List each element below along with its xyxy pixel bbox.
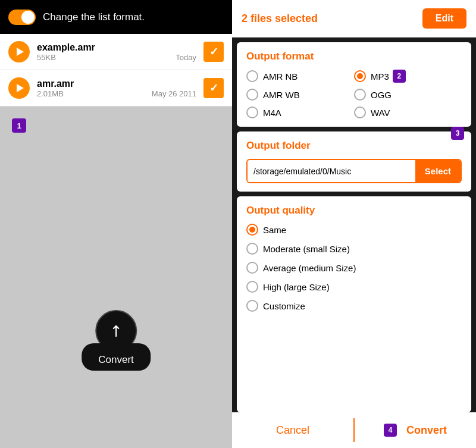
convert-final-label: Convert: [406, 424, 447, 437]
edit-button[interactable]: Edit: [422, 8, 466, 29]
convert-final-button[interactable]: 4 Convert: [355, 412, 476, 448]
quality-moderate[interactable]: Moderate (small Size): [246, 243, 462, 255]
toggle-switch[interactable]: [8, 10, 36, 25]
file-info-1: example.amr 55KB Today: [37, 42, 196, 62]
quality-customize[interactable]: Customize: [246, 300, 462, 312]
format-grid: AMR NB MP3 2 AMR WB OGG M4A: [246, 70, 462, 118]
convert-label-button[interactable]: Convert: [82, 343, 151, 371]
table-row[interactable]: amr.amr 2.01MB May 26 2011: [0, 70, 232, 106]
format-m4a[interactable]: M4A: [246, 106, 354, 118]
radio-amr-nb[interactable]: [246, 70, 258, 82]
format-mp3[interactable]: MP3 2: [354, 70, 462, 83]
label-mp3: MP3: [371, 71, 389, 82]
format-ogg[interactable]: OGG: [354, 89, 462, 101]
right-panel: 2 files selected Edit Output format AMR …: [232, 0, 476, 448]
check-box-1[interactable]: [203, 42, 224, 62]
format-wav[interactable]: WAV: [354, 106, 462, 118]
label-amr-nb: AMR NB: [263, 71, 298, 82]
output-format-section: Output format AMR NB MP3 2 AMR WB OGG: [237, 42, 471, 127]
bottom-bar: Cancel 4 Convert: [232, 412, 476, 448]
quality-same[interactable]: Same: [246, 224, 462, 236]
left-content: example.amr 55KB Today amr.amr 2.01MB Ma…: [0, 34, 232, 448]
cancel-button[interactable]: Cancel: [232, 412, 353, 448]
quality-average[interactable]: Average (medium Size): [246, 262, 462, 274]
radio-average[interactable]: [246, 262, 258, 274]
label-average: Average (medium Size): [263, 263, 356, 273]
radio-customize[interactable]: [246, 300, 258, 312]
left-header: Change the list format.: [0, 0, 232, 34]
radio-wav[interactable]: [354, 106, 366, 118]
quality-high[interactable]: High (large Size): [246, 281, 462, 293]
radio-ogg[interactable]: [354, 89, 366, 101]
label-amr-wb: AMR WB: [263, 90, 300, 100]
label-same: Same: [263, 225, 286, 235]
step-badge-2: 2: [393, 70, 406, 83]
label-customize: Customize: [263, 301, 305, 311]
file-meta-1: 55KB Today: [37, 53, 196, 62]
check-box-2[interactable]: [203, 78, 224, 98]
folder-path-input[interactable]: [248, 161, 415, 182]
file-date-1: Today: [176, 53, 196, 62]
file-list: example.amr 55KB Today amr.amr 2.01MB Ma…: [0, 34, 232, 106]
right-header: 2 files selected Edit: [232, 0, 476, 37]
output-quality-section: Output quality Same Moderate (small Size…: [237, 196, 471, 412]
file-date-2: May 26 2011: [152, 89, 196, 98]
output-folder-title: Output folder: [246, 140, 462, 152]
step-badge-1: 1: [12, 118, 26, 133]
format-amr-nb[interactable]: AMR NB: [246, 70, 354, 83]
convert-arrow-icon: ↗: [105, 319, 127, 342]
select-folder-button[interactable]: Select: [415, 160, 461, 182]
left-lower: 1 ↗ Convert: [0, 106, 232, 448]
radio-amr-wb[interactable]: [246, 89, 258, 101]
folder-input-row: Select: [246, 159, 462, 183]
mp3-badge-wrapper: MP3 2: [371, 70, 406, 83]
play-button-1[interactable]: [8, 41, 30, 62]
radio-moderate[interactable]: [246, 243, 258, 255]
label-ogg: OGG: [371, 90, 392, 100]
output-folder-section: 3 Output folder Select: [237, 131, 471, 192]
play-button-2[interactable]: [8, 77, 30, 99]
convert-button-area: ↗ Convert: [82, 310, 151, 371]
quality-list: Same Moderate (small Size) Average (medi…: [246, 224, 462, 312]
table-row[interactable]: example.amr 55KB Today: [0, 34, 232, 70]
file-meta-2: 2.01MB May 26 2011: [37, 89, 196, 98]
step-badge-3: 3: [451, 127, 464, 140]
label-m4a: M4A: [263, 108, 281, 118]
output-quality-title: Output quality: [246, 205, 462, 217]
file-info-2: amr.amr 2.01MB May 26 2011: [37, 79, 196, 98]
file-name-2: amr.amr: [37, 79, 196, 89]
file-name-1: example.amr: [37, 42, 196, 53]
radio-m4a[interactable]: [246, 106, 258, 118]
radio-high[interactable]: [246, 281, 258, 293]
files-selected-text: 2 files selected: [242, 12, 318, 25]
step-badge-4: 4: [384, 424, 397, 437]
left-header-title: Change the list format.: [43, 11, 145, 23]
format-amr-wb[interactable]: AMR WB: [246, 89, 354, 101]
file-size-1: 55KB: [37, 53, 56, 62]
left-panel: Change the list format. example.amr 55KB…: [0, 0, 232, 448]
file-size-2: 2.01MB: [37, 89, 64, 98]
label-high: High (large Size): [263, 282, 330, 292]
radio-same[interactable]: [246, 224, 258, 236]
output-format-title: Output format: [246, 51, 462, 62]
radio-mp3[interactable]: [354, 70, 366, 82]
label-moderate: Moderate (small Size): [263, 244, 350, 254]
label-wav: WAV: [371, 108, 390, 118]
